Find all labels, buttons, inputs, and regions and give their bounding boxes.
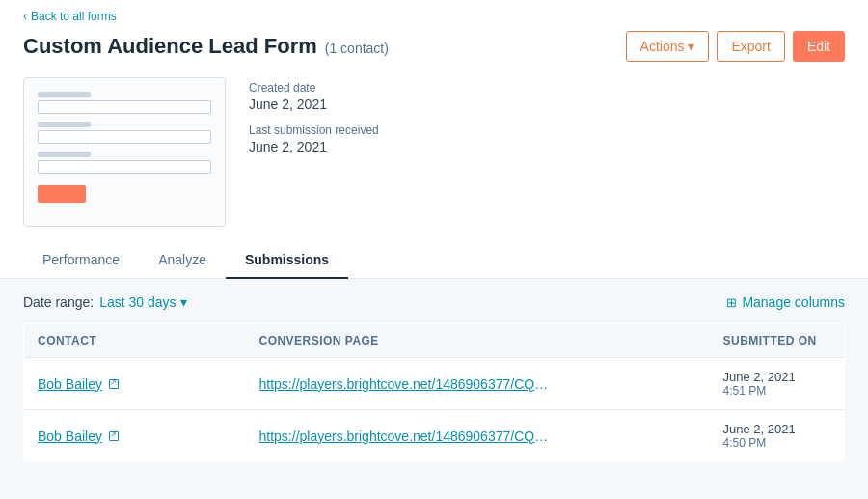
page-cell: https://players.brightcove.net/148690637… [246, 410, 710, 462]
submitted-cell: June 2, 2021 4:51 PM [710, 358, 845, 410]
th-conversion-page: Conversion Page [246, 324, 710, 358]
contact-cell: Bob Bailey [24, 358, 246, 410]
contact-cell: Bob Bailey [24, 410, 246, 462]
last-submission-value: June 2, 2021 [249, 139, 379, 154]
tabs-bar: Performance Analyze Submissions [0, 242, 868, 279]
table-header-row: Contact Conversion Page Submitted On [24, 324, 845, 358]
submitted-cell: June 2, 2021 4:50 PM [710, 410, 845, 462]
submitted-date: June 2, 2021 [723, 422, 831, 436]
preview-submit-btn [38, 185, 86, 203]
submitted-time: 4:50 PM [723, 436, 831, 450]
submitted-time: 4:51 PM [723, 384, 831, 398]
preview-input-2 [38, 130, 211, 144]
back-link-label: Back to all forms [31, 10, 117, 23]
actions-button[interactable]: Actions ▾ [626, 31, 710, 62]
tab-submissions[interactable]: Submissions [226, 242, 348, 279]
chevron-left-icon: ‹ [23, 10, 27, 23]
preview-input-3 [38, 160, 211, 174]
contact-link[interactable]: Bob Bailey [38, 429, 232, 444]
submissions-table: Contact Conversion Page Submitted On Bob… [23, 323, 845, 462]
preview-field-1 [38, 92, 211, 114]
submitted-date: June 2, 2021 [723, 370, 831, 384]
preview-label-3 [38, 152, 91, 157]
title-area: Custom Audience Lead Form (1 contact) [23, 34, 389, 59]
th-submitted-on: Submitted On [710, 324, 845, 358]
chevron-down-icon: ▾ [180, 294, 187, 310]
filter-row: Date range: Last 30 days ▾ ⊞ Manage colu… [23, 294, 845, 310]
preview-field-2 [38, 122, 211, 144]
created-value: June 2, 2021 [249, 97, 379, 112]
page-title: Custom Audience Lead Form [23, 34, 317, 59]
form-meta: Created date June 2, 2021 Last submissio… [249, 77, 379, 227]
contact-link[interactable]: Bob Bailey [38, 376, 232, 392]
page-url-link[interactable]: https://players.brightcove.net/148690637… [259, 376, 549, 392]
preview-input-1 [38, 100, 211, 114]
table-row: Bob Bailey https://players.brightcove.ne… [24, 358, 845, 410]
last-submission-label: Last submission received [249, 124, 379, 137]
tab-analyze[interactable]: Analyze [139, 242, 226, 279]
preview-field-3 [38, 152, 211, 174]
edit-button[interactable]: Edit [793, 31, 845, 62]
page-url-link[interactable]: https://players.brightcove.net/148690637… [259, 429, 549, 444]
date-range: Date range: Last 30 days ▾ [23, 294, 187, 310]
contact-count: (1 contact) [325, 41, 389, 56]
content-area: Created date June 2, 2021 Last submissio… [0, 77, 868, 242]
back-link[interactable]: ‹ Back to all forms [23, 10, 845, 23]
manage-columns-button[interactable]: ⊞ Manage columns [726, 294, 845, 310]
columns-icon: ⊞ [726, 295, 737, 310]
header-actions: Actions ▾ Export Edit [626, 31, 845, 62]
preview-label-1 [38, 92, 91, 97]
preview-label-2 [38, 122, 91, 127]
form-preview [23, 77, 226, 227]
date-range-label: Date range: [23, 294, 94, 310]
tab-performance[interactable]: Performance [23, 242, 139, 279]
manage-columns-label: Manage columns [742, 294, 845, 310]
page-cell: https://players.brightcove.net/148690637… [246, 358, 710, 410]
submissions-area: Date range: Last 30 days ▾ ⊞ Manage colu… [0, 279, 868, 499]
external-link-icon [109, 431, 119, 441]
table-row: Bob Bailey https://players.brightcove.ne… [24, 410, 845, 462]
th-contact: Contact [24, 324, 246, 358]
export-button[interactable]: Export [717, 31, 784, 62]
external-link-icon [109, 379, 119, 389]
date-range-value[interactable]: Last 30 days ▾ [99, 294, 186, 310]
created-label: Created date [249, 81, 379, 95]
